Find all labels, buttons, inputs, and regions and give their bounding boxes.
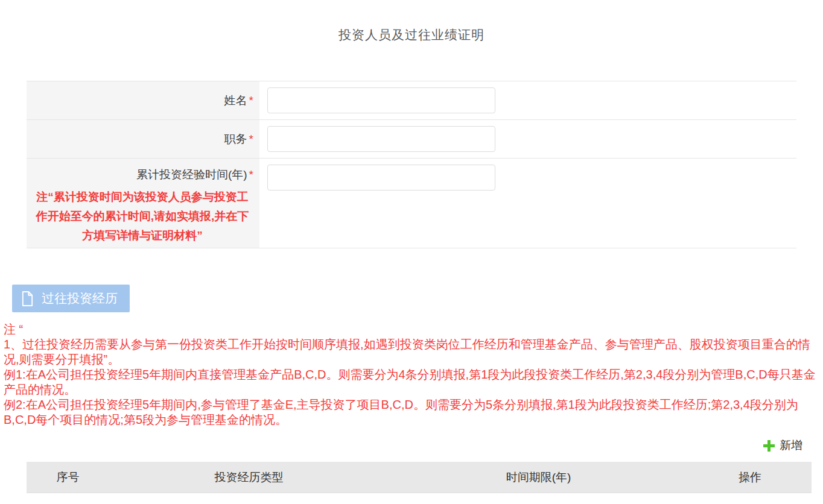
required-asterisk: * [249,133,253,145]
experience-label-note: 注“累计投资时间为该投资人员参与投资工作开始至今的累计时间,请如实填报,并在下方… [31,187,253,245]
form-row-name: 姓名* [27,81,796,120]
note-line: 例2:在A公司担任投资经理5年期间内,参与管理了基金E,主导投资了项目B,C,D… [4,397,817,427]
position-input[interactable] [267,126,495,152]
document-icon [21,291,34,307]
section-header-past-investment-experience: 过往投资经历 [12,285,130,312]
form-row-cumulative-experience: 累计投资经验时间(年)* 注“累计投资时间为该投资人员参与投资工作开始至今的累计… [27,159,796,248]
section-notes: 注 “ 1、过往投资经历需要从参与第一份投资类工作开始按时间顺序填报,如遇到投资… [4,322,817,427]
form-row-position: 职务* [27,120,796,159]
page-title: 投资人员及过往业绩证明 [0,0,823,43]
column-header-time-period: 时间期限(年) [389,470,688,485]
column-header-experience-type: 投资经历类型 [109,470,389,485]
name-label-cell: 姓名* [27,81,259,119]
personnel-form: 姓名* 职务* 累计投资经验时间(年)* 注“累计投资时间为该投资人员参与投资工… [27,81,796,248]
section-header-label: 过往投资经历 [42,290,118,307]
note-line: 1、过往投资经历需要从参与第一份投资类工作开始按时间顺序填报,如遇到投资类岗位工… [4,337,817,367]
experience-table: 序号 投资经历类型 时间期限(年) 操作 [27,462,812,493]
name-value-cell [259,81,796,119]
add-row: 新增 [0,436,805,455]
note-line: 例1:在A公司担任投资经理5年期间内直接管理基金产品B,C,D。则需要分为4条分… [4,367,817,397]
add-button[interactable]: 新增 [761,436,805,455]
experience-table-header: 序号 投资经历类型 时间期限(年) 操作 [27,462,812,493]
experience-label-cell: 累计投资经验时间(年)* 注“累计投资时间为该投资人员参与投资工作开始至今的累计… [27,159,259,248]
name-label: 姓名 [224,94,247,107]
position-label: 职务 [224,133,247,145]
required-asterisk: * [249,94,253,107]
column-header-actions: 操作 [688,470,812,485]
experience-input[interactable] [267,165,495,191]
experience-value-cell [259,159,796,248]
add-button-label: 新增 [780,438,802,453]
position-value-cell [259,120,796,158]
position-label-cell: 职务* [27,120,259,158]
name-input[interactable] [267,87,495,113]
required-asterisk: * [249,168,253,181]
column-header-index: 序号 [27,470,109,485]
plus-icon [763,440,775,452]
experience-label: 累计投资经验时间(年) [136,168,247,181]
note-line: 注 “ [4,322,817,337]
